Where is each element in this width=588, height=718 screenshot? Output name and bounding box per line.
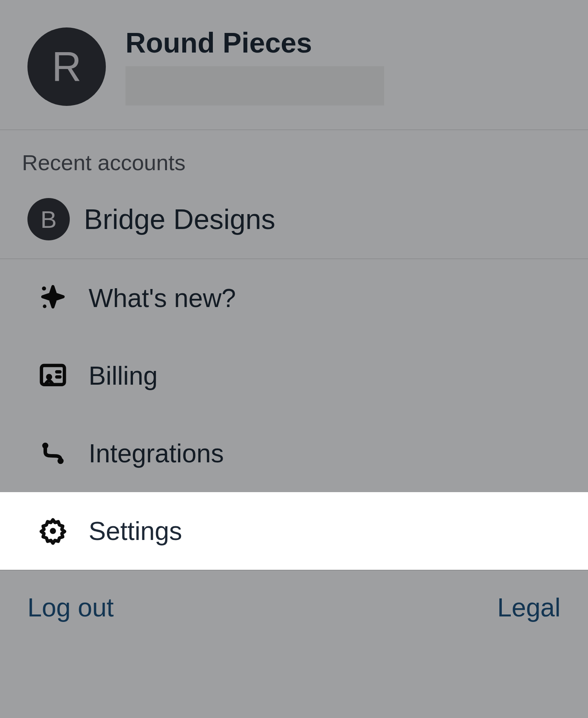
- avatar-letter: B: [40, 205, 56, 233]
- recent-accounts-list: B Bridge Designs: [0, 187, 588, 259]
- integrations-icon: [38, 438, 68, 469]
- current-account-name: Round Pieces: [125, 27, 384, 58]
- menu-label: Billing: [89, 361, 158, 391]
- account-menu-panel: R Round Pieces Recent accounts B Bridge …: [0, 0, 588, 718]
- menu-list: What's new? Billing: [0, 259, 588, 571]
- recent-account-name: Bridge Designs: [84, 203, 275, 235]
- svg-point-1: [43, 305, 46, 308]
- gear-icon: [38, 516, 68, 546]
- logout-link[interactable]: Log out: [27, 593, 114, 622]
- recent-account-item[interactable]: B Bridge Designs: [0, 187, 588, 258]
- footer: Log out Legal: [0, 571, 588, 644]
- menu-item-settings[interactable]: Settings: [0, 492, 588, 570]
- profile-text: Round Pieces: [125, 27, 384, 105]
- svg-point-3: [46, 374, 52, 380]
- menu-label: What's new?: [89, 283, 236, 313]
- legal-link[interactable]: Legal: [497, 593, 561, 622]
- avatar-letter: R: [52, 43, 82, 90]
- svg-point-0: [42, 286, 46, 290]
- menu-label: Settings: [89, 516, 182, 546]
- svg-point-8: [50, 528, 56, 534]
- menu-item-billing[interactable]: Billing: [0, 337, 588, 414]
- profile-section: R Round Pieces: [0, 0, 588, 130]
- billing-icon: [38, 360, 68, 391]
- profile-detail-placeholder: [125, 66, 384, 105]
- menu-item-whats-new[interactable]: What's new?: [0, 259, 588, 337]
- recent-account-avatar: B: [27, 198, 70, 240]
- recent-accounts-label: Recent accounts: [0, 130, 588, 187]
- menu-item-integrations[interactable]: Integrations: [0, 414, 588, 492]
- sparkles-icon: [38, 283, 68, 313]
- current-account-avatar: R: [27, 27, 106, 106]
- menu-label: Integrations: [89, 438, 224, 468]
